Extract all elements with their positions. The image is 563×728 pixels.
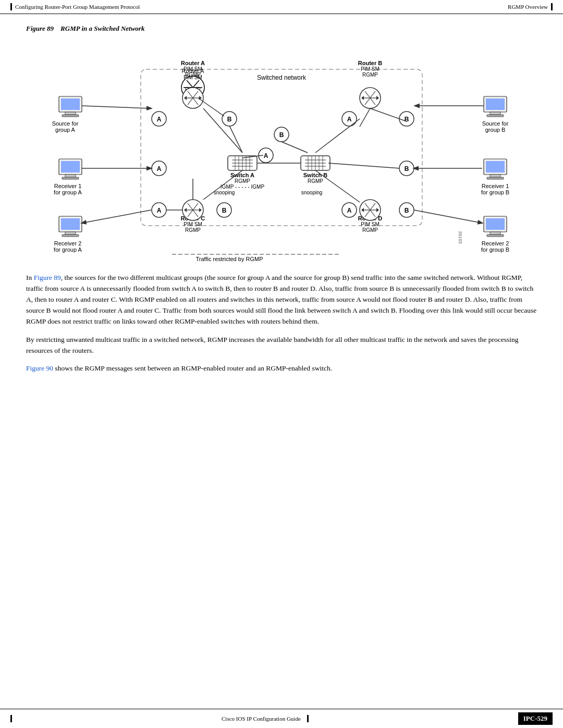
svg-text:Router B: Router B — [358, 60, 383, 66]
svg-rect-95 — [490, 175, 500, 177]
footer-center: Cisco IOS IP Configuration Guide — [222, 715, 309, 722]
svg-text:RGMP: RGMP — [235, 178, 250, 184]
paragraph-2: By restricting unwanted multicast traffi… — [26, 335, 537, 356]
receiver1-group-a-icon — [59, 159, 82, 179]
svg-text:Source for: Source for — [482, 120, 509, 127]
svg-text:A: A — [264, 152, 268, 159]
svg-text:A: A — [157, 207, 162, 214]
svg-text:for group B: for group B — [481, 246, 509, 253]
svg-rect-77 — [490, 112, 500, 115]
svg-text:for group B: for group B — [481, 189, 509, 195]
router-d-icon — [360, 200, 381, 220]
svg-text:RGMP: RGMP — [308, 178, 323, 184]
svg-text:A: A — [157, 116, 162, 123]
header-right-bar — [551, 3, 553, 10]
svg-rect-84 — [62, 177, 79, 179]
svg-text:39165: 39165 — [458, 231, 463, 244]
svg-text:B: B — [279, 131, 284, 139]
footer-left — [10, 715, 12, 722]
svg-text:group B: group B — [485, 127, 506, 133]
diagram-container: Switched network Router A PIM SM RGMP Ro… — [26, 38, 537, 262]
svg-text:A: A — [347, 207, 352, 214]
svg-text:RGMP: RGMP — [185, 227, 201, 233]
svg-line-131 — [229, 126, 242, 153]
switched-network-label: Switched network — [257, 74, 307, 81]
svg-text:RGMP: RGMP — [185, 72, 201, 78]
svg-text:B: B — [405, 116, 409, 123]
source-group-b-icon — [484, 96, 507, 117]
footer-left-bar — [10, 715, 12, 722]
receiver2-group-a-icon — [59, 216, 82, 237]
svg-text:for group A: for group A — [54, 246, 82, 253]
svg-line-138 — [282, 142, 308, 153]
svg-rect-83 — [65, 175, 76, 177]
svg-text:B: B — [405, 165, 409, 172]
svg-text:B: B — [405, 207, 409, 214]
footer-guide-text: Cisco IOS IP Configuration Guide — [222, 715, 301, 722]
svg-text:PIM SM: PIM SM — [361, 221, 380, 227]
switch-a-icon — [228, 156, 257, 170]
receiver2-group-b-icon — [484, 216, 507, 237]
svg-text:Receiver 1: Receiver 1 — [54, 183, 82, 189]
router-b-icon — [360, 88, 381, 108]
svg-rect-94 — [486, 161, 505, 172]
figure89-link[interactable]: Figure 89 — [34, 274, 61, 281]
svg-text:Switch A: Switch A — [230, 172, 254, 178]
svg-rect-78 — [487, 115, 504, 117]
svg-rect-70 — [61, 98, 80, 110]
svg-line-135 — [360, 108, 370, 127]
footer-page-label: IPC-529 — [518, 712, 553, 725]
svg-text:PIM SM: PIM SM — [183, 221, 202, 227]
figure90-link[interactable]: Figure 90 — [26, 364, 53, 372]
svg-line-137 — [315, 119, 360, 153]
header-left-text: Configuring Router-Port Group Management… — [15, 4, 140, 10]
svg-text:snooping: snooping — [214, 190, 235, 195]
header-right: RGMP Overview — [508, 3, 553, 10]
svg-text:Receiver 2: Receiver 2 — [54, 240, 82, 246]
network-diagram: Switched network Router A PIM SM RGMP Ro… — [26, 38, 537, 262]
svg-text:B: B — [222, 207, 227, 214]
svg-text:B: B — [227, 116, 232, 123]
receiver1-group-b-icon — [484, 159, 507, 179]
router-c-icon — [182, 200, 203, 220]
svg-text:A: A — [157, 165, 162, 172]
header-left-bar — [10, 3, 12, 10]
figure-title: RGMP in a Switched Network — [60, 24, 144, 32]
main-content: Figure 89 RGMP in a Switched Network Swi… — [0, 14, 563, 413]
svg-text:Receiver 2: Receiver 2 — [482, 240, 509, 246]
svg-rect-71 — [65, 112, 76, 115]
svg-text:A: A — [347, 116, 352, 123]
svg-rect-90 — [62, 235, 79, 237]
svg-rect-76 — [486, 98, 505, 110]
svg-text:Traffic restricted by RGMP: Traffic restricted by RGMP — [196, 256, 263, 262]
svg-text:group A: group A — [55, 127, 76, 133]
svg-rect-88 — [61, 218, 80, 230]
svg-rect-100 — [486, 218, 505, 230]
svg-text:PIM SM: PIM SM — [361, 66, 380, 72]
svg-text:for group A: for group A — [54, 189, 82, 195]
svg-text:Receiver 1: Receiver 1 — [482, 183, 509, 189]
svg-rect-72 — [62, 115, 79, 117]
svg-text:Source for: Source for — [52, 120, 79, 127]
svg-rect-89 — [65, 232, 76, 235]
svg-text:PIM SM: PIM SM — [183, 66, 202, 72]
svg-rect-82 — [61, 161, 80, 172]
router-a-icon — [182, 88, 203, 108]
footer-center-bar — [307, 715, 309, 722]
header-left: Configuring Router-Port Group Management… — [10, 3, 140, 10]
svg-text:Router A: Router A — [181, 60, 205, 66]
svg-text:snooping: snooping — [301, 190, 323, 195]
svg-rect-101 — [490, 232, 500, 235]
source-group-a-icon — [59, 96, 82, 117]
svg-rect-102 — [487, 235, 504, 237]
svg-text:RGMP: RGMP — [362, 227, 378, 233]
svg-line-146 — [414, 210, 482, 223]
paragraph-3: Figure 90 shows the RGMP messages sent b… — [26, 363, 537, 374]
header-right-text: RGMP Overview — [508, 4, 548, 10]
paragraph-1: In Figure 89, the sources for the two di… — [26, 273, 537, 327]
svg-line-139 — [315, 170, 360, 202]
svg-rect-96 — [487, 177, 504, 179]
svg-text:IGMP - - - - - IGMP: IGMP - - - - - IGMP — [221, 184, 265, 190]
svg-text:RGMP: RGMP — [362, 72, 378, 78]
svg-line-140 — [328, 163, 399, 168]
